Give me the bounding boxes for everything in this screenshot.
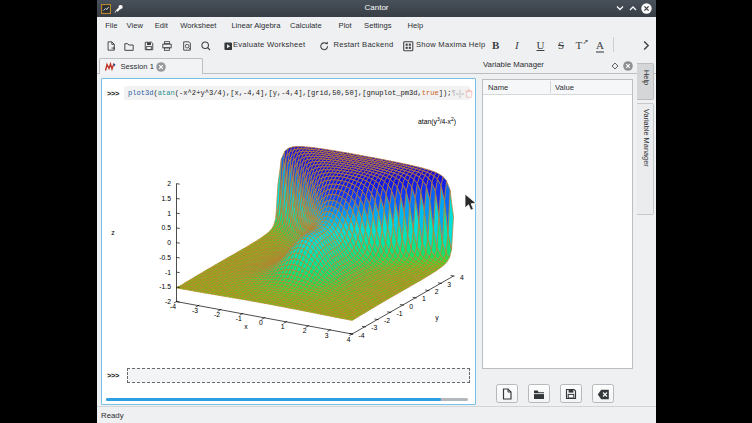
svg-text:3: 3 [325, 332, 329, 339]
svg-text:0: 0 [167, 239, 171, 246]
svg-text:4: 4 [347, 336, 351, 343]
svg-text:-3: -3 [371, 324, 377, 331]
svg-text:-4: -4 [359, 332, 365, 339]
svg-text:1: 1 [167, 210, 171, 217]
svg-text:0: 0 [259, 319, 263, 326]
svg-text:-4: -4 [170, 303, 176, 310]
svg-text:1: 1 [281, 323, 285, 330]
svg-text:-1.5: -1.5 [159, 283, 171, 290]
svg-text:-2: -2 [214, 311, 220, 318]
svg-text:0.5: 0.5 [162, 224, 172, 231]
svg-text:-3: -3 [192, 307, 198, 314]
svg-text:3: 3 [447, 281, 451, 288]
svg-text:1: 1 [422, 295, 426, 302]
svg-text:0: 0 [409, 303, 413, 310]
svg-text:-1: -1 [397, 310, 403, 317]
svg-text:4: 4 [460, 274, 464, 281]
svg-text:-0.5: -0.5 [159, 254, 171, 261]
svg-text:-2: -2 [384, 317, 390, 324]
svg-text:1.5: 1.5 [162, 195, 172, 202]
svg-text:z: z [111, 229, 115, 236]
svg-text:-1: -1 [165, 269, 171, 276]
svg-text:2: 2 [167, 180, 171, 187]
svg-text:atan(y3/4-x2): atan(y3/4-x2) [418, 116, 456, 126]
svg-text:-1: -1 [236, 315, 242, 322]
svg-text:2: 2 [303, 327, 307, 334]
svg-text:2: 2 [435, 288, 439, 295]
svg-text:x: x [244, 323, 248, 330]
svg-text:y: y [435, 314, 439, 322]
